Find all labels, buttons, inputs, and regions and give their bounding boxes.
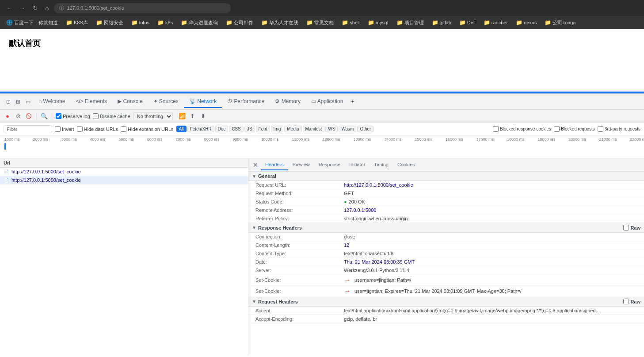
response-headers-section-header[interactable]: ▼ Response Headers Raw xyxy=(248,223,644,233)
url-list-item[interactable]: 📄 http://127.0.0.1:5000/set_cookie xyxy=(0,168,248,176)
bookmark-shell[interactable]: 📁 shell xyxy=(338,18,363,27)
bookmark-k8s2[interactable]: 📁 k8s xyxy=(154,18,176,27)
bookmark-k8s[interactable]: 📁 K8S库 xyxy=(62,18,91,27)
hide-data-urls-checkbox[interactable] xyxy=(77,126,83,132)
details-tab-cookies[interactable]: Cookies xyxy=(393,160,419,170)
raw-checkbox-label-request[interactable]: Raw xyxy=(623,299,640,304)
bookmark-dell[interactable]: 📁 Dell xyxy=(456,18,479,27)
import-button[interactable]: ⬆ xyxy=(189,112,197,120)
filter-type-font[interactable]: Font xyxy=(256,126,270,132)
filter-type-img[interactable]: Img xyxy=(271,126,284,132)
content-type-row: Content-Type: text/html; charset=utf-8 xyxy=(248,250,644,258)
disable-cache-checkbox-label[interactable]: Disable cache xyxy=(93,113,130,119)
tab-network[interactable]: 📡 Network xyxy=(184,96,222,108)
bookmark-project-mgmt[interactable]: 📁 项目管理 xyxy=(393,18,427,27)
nav-forward-button[interactable]: → xyxy=(18,3,27,13)
bookmark-mysql[interactable]: 📁 mysql xyxy=(364,18,392,27)
server-label: Server: xyxy=(255,268,344,273)
tab-welcome[interactable]: ⌂ Welcome xyxy=(33,96,70,108)
third-party-label[interactable]: 3rd-party requests xyxy=(598,126,640,132)
preserve-log-checkbox-label[interactable]: Preserve log xyxy=(56,113,90,119)
bookmark-huawei-progress[interactable]: 📁 华为进度查询 xyxy=(177,18,221,27)
details-tab-preview[interactable]: Preview xyxy=(288,160,314,170)
filter-type-other[interactable]: Other xyxy=(357,126,373,132)
response-headers-section-label: Response Headers xyxy=(258,225,302,230)
filter-type-js[interactable]: JS xyxy=(244,126,255,132)
wifi-icon[interactable]: 📶 xyxy=(178,112,186,120)
stop-button[interactable]: ⊘ xyxy=(14,112,22,120)
invert-checkbox[interactable] xyxy=(55,126,61,132)
bookmark-email[interactable]: 📁 公司邮件 xyxy=(222,18,257,27)
bookmark-rancher[interactable]: 📁 rancher xyxy=(480,18,511,27)
hide-data-urls-label[interactable]: Hide data URLs xyxy=(77,126,118,132)
tab-application[interactable]: ▭ Application xyxy=(306,96,348,108)
bookmark-label-konga: 公司konga xyxy=(553,19,575,26)
blocked-requests-checkbox[interactable] xyxy=(554,126,560,132)
filter-input[interactable] xyxy=(4,125,52,133)
third-party-checkbox[interactable] xyxy=(598,126,603,132)
bookmark-huawei-talent[interactable]: 📁 华为人才在线 xyxy=(258,18,302,27)
details-tab-response[interactable]: Response xyxy=(314,160,345,170)
filter-type-all[interactable]: All xyxy=(176,126,187,132)
clear-button[interactable]: 🚫 xyxy=(25,112,33,120)
request-headers-section-header[interactable]: ▼ Request Headers Raw xyxy=(248,297,644,307)
close-details-button[interactable]: ✕ xyxy=(250,160,261,170)
filter-type-manifest[interactable]: Manifest xyxy=(303,126,325,132)
bookmark-docs[interactable]: 📁 常见文档 xyxy=(303,18,337,27)
filter-type-ws[interactable]: WS xyxy=(325,126,338,132)
bookmark-lotus[interactable]: 📁 lotus xyxy=(128,18,153,27)
hide-extension-urls-label[interactable]: Hide extension URLs xyxy=(121,126,173,132)
timeline-marker xyxy=(4,143,6,150)
raw-checkbox-request[interactable] xyxy=(623,299,629,304)
tab-sources[interactable]: ✦ Sources xyxy=(148,96,184,108)
details-tab-initiator[interactable]: Initiator xyxy=(345,160,370,170)
devtools-toggle-btn[interactable]: ⊡ xyxy=(4,97,13,107)
filter-type-doc[interactable]: Doc xyxy=(215,126,229,132)
set-cookie-2-row: Set-Cookie: → user=jigntian; Expires=Thu… xyxy=(248,286,644,297)
add-tab-button[interactable]: + xyxy=(348,97,357,107)
details-tab-headers[interactable]: Headers xyxy=(261,160,288,170)
filter-type-css[interactable]: CSS xyxy=(229,126,244,132)
bookmark-network-security[interactable]: 📁 网络安全 xyxy=(92,18,127,27)
tab-performance[interactable]: ⏱ Performance xyxy=(222,96,270,108)
raw-checkbox-label-response[interactable]: Raw xyxy=(623,225,640,230)
throttle-select[interactable]: No throttling Fast 3G Slow 3G Offline xyxy=(133,112,173,120)
tab-console[interactable]: ▶ Console xyxy=(112,96,148,108)
raw-checkbox-response[interactable] xyxy=(623,225,629,230)
filter-type-wasm[interactable]: Wasm xyxy=(339,126,356,132)
content-length-row: Content-Length: 12 xyxy=(248,241,644,250)
nav-back-button[interactable]: ← xyxy=(4,3,14,13)
devtools-dock-btn[interactable]: ⊞ xyxy=(13,97,23,107)
details-tab-timing[interactable]: Timing xyxy=(370,160,393,170)
disable-cache-checkbox[interactable] xyxy=(93,113,99,119)
tab-elements[interactable]: </> Elements xyxy=(70,96,112,108)
sources-icon: ✦ xyxy=(153,98,158,104)
preserve-log-checkbox[interactable] xyxy=(56,113,61,119)
export-button[interactable]: ⬇ xyxy=(199,112,207,120)
nav-refresh-button[interactable]: ↻ xyxy=(31,3,40,13)
request-headers-toggle-icon: ▼ xyxy=(252,299,256,304)
bookmark-gitlab[interactable]: 📁 gitlab xyxy=(428,18,455,27)
search-network-button[interactable]: 🔍 xyxy=(40,112,48,120)
bookmark-baidu[interactable]: 🌐 百度一下，你就知道 xyxy=(3,18,61,27)
blocked-cookies-checkbox[interactable] xyxy=(493,126,499,132)
filter-type-fetch[interactable]: Fetch/XHR xyxy=(187,126,214,132)
record-button[interactable]: ● xyxy=(4,112,11,120)
address-bar[interactable]: ⓘ 127.0.0.1:5000/set_cookie xyxy=(54,3,231,13)
devtools-more-btn[interactable]: ▭ xyxy=(23,97,33,107)
tab-performance-label: Performance xyxy=(234,98,265,104)
set-cookie-1-row: Set-Cookie: → username=jingtian; Path=/ xyxy=(248,275,644,286)
blocked-cookies-label[interactable]: Blocked response cookies xyxy=(493,126,551,132)
nav-home-button[interactable]: ⌂ xyxy=(43,3,50,13)
url-list-item-selected[interactable]: 📄 http://127.0.0.1:5000/set_cookie xyxy=(0,176,248,184)
blocked-requests-label[interactable]: Blocked requests xyxy=(554,126,595,132)
tab-memory[interactable]: ⚙ Memory xyxy=(270,96,306,108)
invert-label[interactable]: Invert xyxy=(55,126,74,132)
bookmark-konga[interactable]: 📁 公司konga xyxy=(541,18,579,27)
disable-cache-text: Disable cache xyxy=(100,114,130,119)
tab-console-label: Console xyxy=(123,98,142,104)
bookmark-nexus[interactable]: 📁 nexus xyxy=(512,18,540,27)
filter-type-media[interactable]: Media xyxy=(284,126,301,132)
general-section-header[interactable]: ▼ General xyxy=(248,172,644,181)
hide-extension-urls-checkbox[interactable] xyxy=(121,126,126,132)
